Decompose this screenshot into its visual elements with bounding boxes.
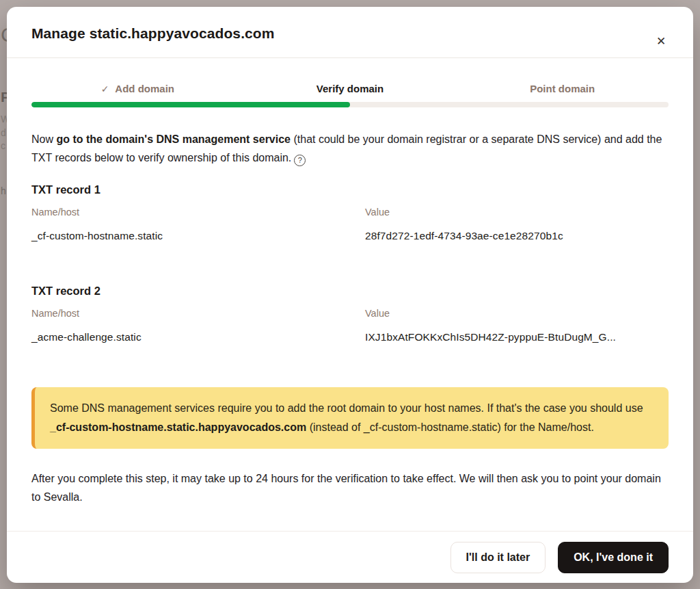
intro-text: Now go to the domain's DNS management se… [31, 130, 669, 167]
modal-title: Manage static.happyavocados.com [31, 25, 669, 42]
step-label: Verify domain [317, 83, 383, 94]
step-point-domain: Point domain [456, 83, 669, 94]
txt-record-1: TXT record 1 Name/host _cf-custom-hostna… [31, 183, 669, 242]
modal-body: ✓ Add domain Verify domain Point domain … [7, 58, 693, 531]
record-title: TXT record 2 [31, 285, 669, 298]
txt-record-2: TXT record 2 Name/host _acme-challenge.s… [31, 285, 669, 343]
modal-header: Manage static.happyavocados.com ✕ [7, 7, 693, 58]
step-label: Point domain [530, 83, 595, 94]
callout-pre: Some DNS management services require you… [50, 402, 643, 414]
step-label: Add domain [115, 83, 174, 94]
check-icon: ✓ [101, 83, 109, 94]
page-backdrop: C P W d c h [0, 0, 7, 589]
modal-footer: I'll do it later OK, I've done it [7, 531, 693, 583]
name-host-label: Name/host [31, 308, 365, 319]
manage-domain-modal: Manage static.happyavocados.com ✕ ✓ Add … [7, 7, 693, 583]
value-value: 28f7d272-1edf-4734-93ae-ce1e28270b1c [365, 230, 669, 242]
callout-bold: _cf-custom-hostname.static.happyavocados… [50, 421, 306, 433]
do-it-later-button[interactable]: I'll do it later [450, 542, 546, 573]
intro-bold: go to the domain's DNS management servic… [56, 133, 291, 145]
progress-fill [31, 102, 350, 107]
backdrop-text: h [1, 185, 6, 196]
progress-bar [31, 102, 669, 107]
value-value: IXJ1bxAtFOKKxChIs5DH42Z-pyppuE-BtuDugM_G… [365, 331, 669, 343]
backdrop-text: c [1, 140, 5, 151]
wizard-stepper: ✓ Add domain Verify domain Point domain [31, 83, 669, 94]
close-icon[interactable]: ✕ [652, 33, 670, 51]
step-add-domain: ✓ Add domain [31, 83, 244, 94]
name-host-label: Name/host [31, 207, 365, 218]
record-title: TXT record 1 [31, 183, 669, 196]
value-label: Value [365, 207, 669, 218]
intro-pre: Now [31, 133, 56, 145]
callout-post: (instead of _cf-custom-hostname.static) … [306, 421, 594, 433]
name-host-value: _acme-challenge.static [31, 331, 365, 343]
value-label: Value [365, 308, 669, 319]
step-verify-domain: Verify domain [244, 83, 457, 94]
help-icon[interactable]: ? [294, 155, 306, 166]
ok-done-button[interactable]: OK, I've done it [558, 542, 669, 573]
dns-warning-callout: Some DNS management services require you… [31, 387, 669, 449]
verification-footnote: After you complete this step, it may tak… [31, 469, 669, 506]
name-host-value: _cf-custom-hostname.static [31, 230, 365, 242]
backdrop-text: d [1, 127, 6, 138]
